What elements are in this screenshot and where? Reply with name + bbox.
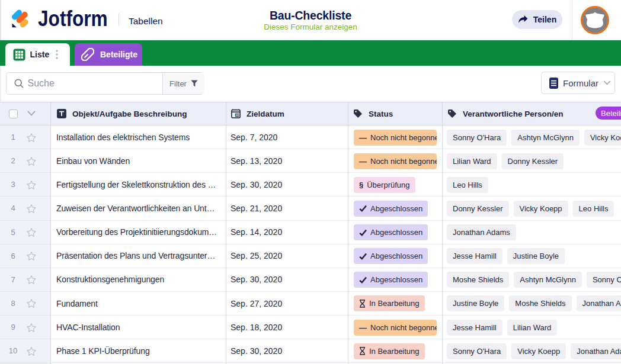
svg-text:10: 10 [235, 113, 239, 117]
